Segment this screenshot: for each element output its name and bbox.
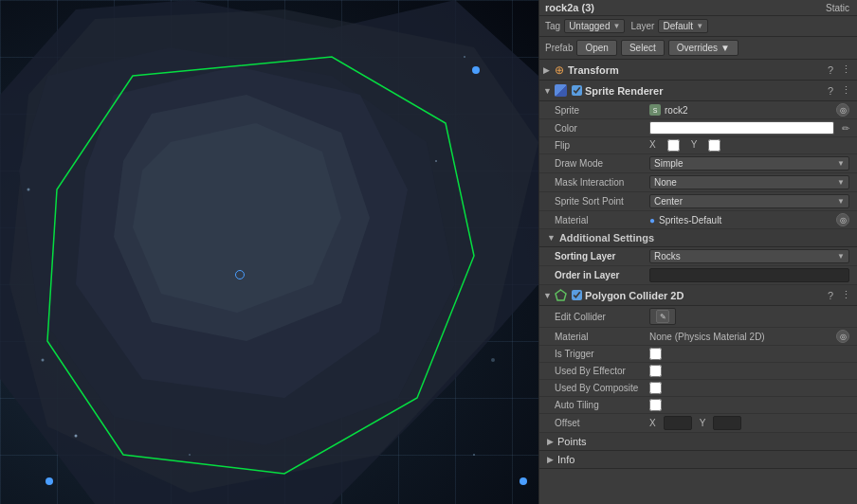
- transform-icons-right: ? ⋮: [826, 63, 853, 77]
- sorting-layer-value-container: Rocks ▼: [649, 249, 849, 263]
- material-row: Material ● Sprites-Default ◎: [539, 211, 857, 229]
- tag-label: Tag: [545, 21, 560, 31]
- transform-icon: ⊕: [553, 63, 566, 77]
- material-icon: ●: [649, 215, 655, 225]
- mask-interaction-label: Mask Interaction: [555, 177, 649, 188]
- auto-tiling-checkbox[interactable]: [649, 399, 662, 411]
- offset-y-input[interactable]: 0: [713, 416, 741, 430]
- offset-row: Offset X 0 Y 0: [539, 414, 857, 433]
- sorting-layer-arrow: ▼: [837, 252, 845, 261]
- offset-x-input[interactable]: 0: [664, 416, 692, 430]
- corner-handle-bl[interactable]: [46, 477, 53, 485]
- layer-label: Layer: [630, 21, 654, 31]
- points-section-header[interactable]: ▶ Points: [539, 433, 857, 451]
- scene-view: [0, 0, 538, 504]
- transform-fold-arrow: ▶: [543, 65, 550, 75]
- draw-mode-value-container: Simple ▼: [649, 156, 849, 171]
- object-title-bar: rock2a (3) Static: [539, 0, 857, 16]
- open-button[interactable]: Open: [576, 40, 616, 56]
- draw-mode-value: Simple: [654, 158, 684, 169]
- color-eyedropper-icon[interactable]: ✏: [842, 123, 849, 134]
- overrides-button[interactable]: Overrides ▼: [668, 40, 738, 56]
- mask-interaction-value: None: [654, 177, 677, 188]
- mask-interaction-value-container: None ▼: [649, 175, 849, 189]
- material-label: Material: [555, 215, 649, 225]
- corner-handle-br[interactable]: [520, 477, 527, 485]
- auto-tiling-row: Auto Tiling: [539, 397, 857, 414]
- transform-more-icon[interactable]: ⋮: [839, 63, 853, 77]
- physics-material-ref: None (Physics Material 2D): [649, 332, 832, 342]
- order-in-layer-input[interactable]: 0: [649, 268, 849, 282]
- sprite-sort-point-dropdown[interactable]: Center ▼: [649, 194, 849, 208]
- color-row: Color ✏: [539, 119, 857, 137]
- auto-tiling-label: Auto Tiling: [555, 400, 649, 410]
- prefab-bar: Prefab Open Select Overrides ▼: [539, 37, 857, 60]
- material-value: Sprites-Default: [659, 215, 721, 225]
- corner-handle-tl[interactable]: [472, 66, 480, 74]
- order-in-layer-row: Order in Layer 0: [539, 266, 857, 285]
- used-by-effector-label: Used By Effector: [555, 366, 649, 376]
- is-trigger-value-container: [649, 348, 849, 360]
- is-trigger-checkbox[interactable]: [649, 348, 662, 360]
- flip-x-label: X: [649, 139, 656, 152]
- info-fold-arrow: ▶: [547, 455, 554, 464]
- used-by-composite-checkbox[interactable]: [649, 382, 662, 394]
- material-picker-btn[interactable]: ◎: [836, 213, 849, 226]
- polygon-collider-header[interactable]: ▼ Polygon Collider 2D ? ⋮: [539, 285, 857, 306]
- is-trigger-label: Is Trigger: [555, 349, 649, 359]
- flip-buttons: X Y: [649, 139, 720, 152]
- sprite-renderer-more-icon[interactable]: ⋮: [839, 83, 853, 98]
- transform-help-icon[interactable]: ?: [826, 63, 835, 77]
- offset-label: Offset: [555, 418, 649, 428]
- inspector-panel: rock2a (3) Static Tag Untagged ▼ Layer D…: [538, 0, 857, 504]
- polygon-collider-checkbox[interactable]: [572, 290, 582, 300]
- additional-settings-title: Additional Settings: [559, 232, 654, 243]
- polygon-collider-properties: Edit Collider ✎ Material None (Physics M…: [539, 306, 857, 433]
- select-button[interactable]: Select: [621, 40, 665, 56]
- polygon-collider-more-icon[interactable]: ⋮: [839, 288, 853, 302]
- physics-material-value: None (Physics Material 2D): [649, 332, 765, 342]
- sprite-renderer-fold-arrow: ▼: [543, 86, 552, 96]
- mask-interaction-row: Mask Interaction None ▼: [539, 173, 857, 192]
- edit-collider-button[interactable]: ✎: [649, 308, 676, 325]
- order-in-layer-value-container: 0: [649, 268, 849, 282]
- points-fold-arrow: ▶: [547, 437, 554, 446]
- layer-dropdown[interactable]: Default ▼: [658, 19, 708, 33]
- flip-y-label: Y: [691, 139, 698, 152]
- sprite-value-container: S rock2 ◎: [649, 103, 849, 117]
- sprite-renderer-header[interactable]: ▼ Sprite Renderer ? ⋮: [539, 81, 857, 101]
- physics-material-picker-btn[interactable]: ◎: [836, 330, 849, 343]
- material-object-ref: ● Sprites-Default: [649, 215, 832, 225]
- sprite-renderer-title: Sprite Renderer: [585, 85, 826, 97]
- used-by-effector-checkbox[interactable]: [649, 365, 662, 377]
- polygon-collider-help-icon[interactable]: ?: [826, 289, 835, 302]
- transform-section-header[interactable]: ▶ ⊕ Transform ? ⋮: [539, 60, 857, 81]
- polygon-collider-icons-right: ? ⋮: [826, 288, 853, 302]
- edit-collider-row: Edit Collider ✎: [539, 306, 857, 328]
- used-by-composite-value-container: [649, 382, 849, 394]
- flip-x-checkbox[interactable]: [667, 139, 680, 152]
- sprite-renderer-help-icon[interactable]: ?: [826, 84, 835, 98]
- tag-dropdown[interactable]: Untagged ▼: [564, 19, 625, 33]
- sprite-sort-point-label: Sprite Sort Point: [555, 196, 649, 207]
- flip-y-checkbox[interactable]: [708, 139, 720, 152]
- draw-mode-row: Draw Mode Simple ▼: [539, 154, 857, 173]
- collider-center-handle[interactable]: [235, 270, 245, 279]
- tag-layer-bar: Tag Untagged ▼ Layer Default ▼: [539, 16, 857, 37]
- sprite-picker-btn[interactable]: ◎: [836, 103, 849, 117]
- sprite-sort-point-arrow: ▼: [837, 197, 845, 206]
- sorting-layer-label: Sorting Layer: [555, 251, 649, 261]
- additional-settings-arrow: ▼: [547, 233, 556, 243]
- used-by-effector-row: Used By Effector: [539, 363, 857, 380]
- info-section-header[interactable]: ▶ Info: [539, 451, 857, 469]
- draw-mode-dropdown[interactable]: Simple ▼: [649, 156, 849, 171]
- svg-point-10: [491, 358, 495, 362]
- additional-settings-header[interactable]: ▼ Additional Settings: [539, 229, 857, 247]
- transform-title: Transform: [568, 64, 826, 76]
- mask-interaction-dropdown[interactable]: None ▼: [649, 175, 849, 189]
- used-by-effector-value-container: [649, 365, 849, 377]
- sprite-renderer-checkbox[interactable]: [572, 85, 582, 96]
- sorting-layer-dropdown[interactable]: Rocks ▼: [649, 249, 849, 263]
- color-swatch[interactable]: [649, 121, 834, 135]
- layer-group: Layer Default ▼: [630, 19, 708, 33]
